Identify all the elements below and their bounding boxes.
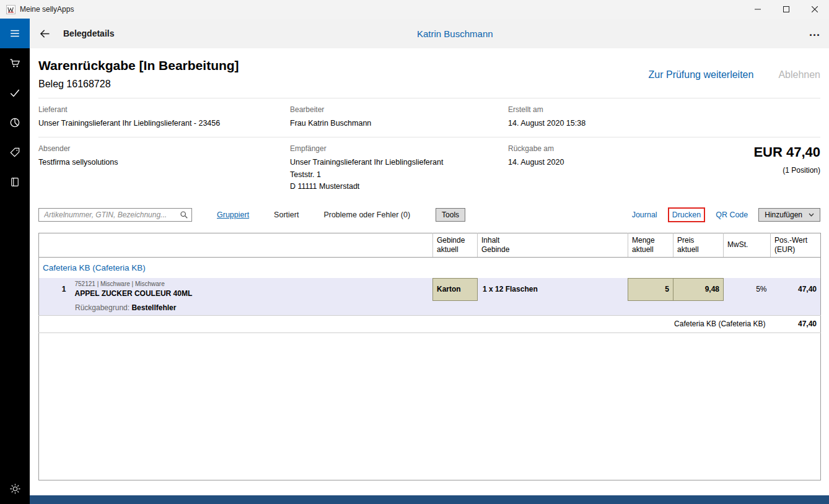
forward-for-review-link[interactable]: Zur Prüfung weiterleiten	[649, 69, 754, 90]
content-area: Warenrückgabe [In Bearbeitung] Beleg 161…	[30, 48, 829, 495]
item-pos-wert: 47,40	[771, 278, 821, 300]
sidebar-item-cart[interactable]	[0, 48, 30, 78]
toolbar-right-actions: Journal Drucken QR Code Hinzufügen	[632, 207, 820, 222]
field-empfaenger: Empfänger Unser Trainingslieferant Ihr L…	[290, 144, 508, 193]
chevron-down-icon	[809, 213, 814, 217]
col-article	[70, 233, 433, 257]
summary-group-label: Cafeteria KB (Cafeteria KB)	[39, 315, 771, 332]
items-table-wrap: Gebindeaktuell InhaltGebinde Mengeaktuel…	[38, 233, 820, 480]
filter-probleme-link[interactable]: Probleme oder Fehler (0)	[323, 211, 410, 219]
document-title: Warenrückgabe [In Bearbeitung]	[38, 58, 239, 73]
group-summary-row: Cafeteria KB (Cafeteria KB) 47,40	[39, 315, 821, 332]
sidebar	[0, 19, 30, 504]
drucken-link[interactable]: Drucken	[672, 211, 701, 219]
field-bearbeiter: Bearbeiter Frau Katrin Buschmann	[290, 105, 508, 129]
summary-group-value: 47,40	[771, 315, 821, 332]
col-inhalt: InhaltGebinde	[478, 233, 628, 257]
page-header-title: Belegdetails	[63, 28, 114, 38]
item-position: 1	[39, 278, 70, 300]
bottom-status-bar	[30, 495, 829, 504]
annotation-box: Drucken	[668, 207, 706, 222]
search-input[interactable]	[39, 209, 191, 221]
reason-value: Bestellfehler	[131, 303, 176, 312]
filter-gruppiert-link[interactable]: Gruppiert	[217, 211, 249, 219]
app-header: Belegdetails Katrin Buschmann ...	[30, 19, 829, 48]
total-amount: EUR 47,40	[753, 144, 820, 160]
details-row-2: Absender Testfirma sellysolutions Empfän…	[38, 137, 820, 200]
reject-link[interactable]: Ablehnen	[778, 69, 820, 90]
back-arrow-icon	[38, 27, 51, 40]
col-mwst: MwSt.	[724, 233, 771, 257]
sidebar-item-tasks[interactable]	[0, 78, 30, 108]
field-rueckgabe-am: Rückgabe am 14. August 2020	[508, 144, 753, 193]
col-pos-wert: Pos.-Wert(EUR)	[771, 233, 821, 257]
item-mwst: 5%	[724, 278, 771, 300]
item-gebinde-field[interactable]: Karton	[433, 278, 478, 300]
titlebar: Meine sellyApps	[0, 0, 829, 19]
item-menge-field[interactable]: 5	[628, 278, 673, 300]
more-options-button[interactable]: ...	[809, 19, 820, 46]
table-header-row: Gebindeaktuell InhaltGebinde Mengeaktuel…	[39, 233, 821, 257]
document-total: EUR 47,40 (1 Position)	[753, 144, 820, 193]
sidebar-item-statistics[interactable]	[0, 108, 30, 137]
sidebar-item-catalog[interactable]	[0, 167, 30, 197]
group-header-row[interactable]: Cafeteria KB (Cafeteria KB)	[39, 257, 821, 278]
maximize-icon	[783, 6, 789, 12]
tag-icon	[9, 146, 21, 159]
position-count: (1 Position)	[753, 166, 820, 175]
col-preis: Preisaktuell	[673, 233, 724, 257]
sidebar-item-offers[interactable]	[0, 137, 30, 167]
tools-button[interactable]: Tools	[436, 208, 465, 222]
window-controls	[743, 0, 829, 19]
item-article: 752121 | Mischware | Mischware APPEL ZUC…	[70, 278, 433, 300]
reason-row: Rückgabegrund: Bestellfehler	[39, 300, 821, 315]
journal-link[interactable]: Journal	[632, 211, 657, 219]
gear-icon	[9, 483, 21, 495]
hinzufuegen-button[interactable]: Hinzufügen	[758, 208, 820, 222]
cart-icon	[9, 57, 21, 69]
item-meta: 752121 | Mischware | Mischware	[75, 280, 433, 287]
field-erstellt-am: Erstellt am 14. August 2020 15:38	[508, 105, 753, 129]
item-row[interactable]: 1 752121 | Mischware | Mischware APPEL Z…	[39, 278, 821, 300]
maximize-button[interactable]	[772, 0, 800, 19]
document-number: Beleg 16168728	[38, 79, 239, 90]
hamburger-icon	[9, 28, 20, 39]
window-title: Meine sellyApps	[20, 5, 74, 14]
item-name: APPEL ZUCKER COULEUR 40ML	[75, 289, 433, 298]
close-button[interactable]	[800, 0, 829, 19]
menu-button[interactable]	[0, 19, 30, 48]
book-icon	[9, 176, 20, 188]
item-inhalt: 1 x 12 Flaschen	[478, 278, 628, 300]
filter-sortiert-link[interactable]: Sortiert	[274, 211, 299, 219]
reason-label: Rückgabegrund:	[75, 303, 129, 312]
back-button[interactable]	[30, 19, 59, 48]
details-row-1: Lieferant Unser Trainingslieferant Ihr L…	[38, 98, 820, 137]
col-menge: Mengeaktuell	[628, 233, 673, 257]
col-pos	[39, 233, 70, 257]
pie-chart-icon	[9, 116, 21, 129]
document-header: Warenrückgabe [In Bearbeitung] Beleg 161…	[30, 48, 829, 90]
minimize-icon	[755, 6, 761, 12]
document-actions: Zur Prüfung weiterleiten Ablehnen	[649, 69, 820, 90]
items-table: Gebindeaktuell InhaltGebinde Mengeaktuel…	[38, 233, 821, 480]
items-toolbar: Gruppiert Sortiert Probleme oder Fehler …	[38, 206, 820, 224]
qr-code-link[interactable]: QR Code	[716, 211, 748, 219]
app-logo-icon	[6, 4, 15, 14]
close-icon	[812, 6, 818, 12]
item-preis-field[interactable]: 9,48	[673, 278, 724, 300]
search-box	[38, 208, 192, 222]
current-user[interactable]: Katrin Buschmann	[417, 19, 493, 48]
group-header-label: Cafeteria KB (Cafeteria KB)	[39, 257, 821, 278]
search-icon[interactable]	[180, 211, 188, 219]
field-lieferant: Lieferant Unser Trainingslieferant Ihr L…	[38, 105, 290, 129]
sidebar-item-settings[interactable]	[0, 478, 30, 499]
field-absender: Absender Testfirma sellysolutions	[38, 144, 290, 193]
document-details: Lieferant Unser Trainingslieferant Ihr L…	[38, 98, 820, 201]
checkmark-icon	[9, 87, 21, 99]
table-empty-area	[39, 332, 821, 480]
col-gebinde: Gebindeaktuell	[433, 233, 478, 257]
minimize-button[interactable]	[743, 0, 772, 19]
